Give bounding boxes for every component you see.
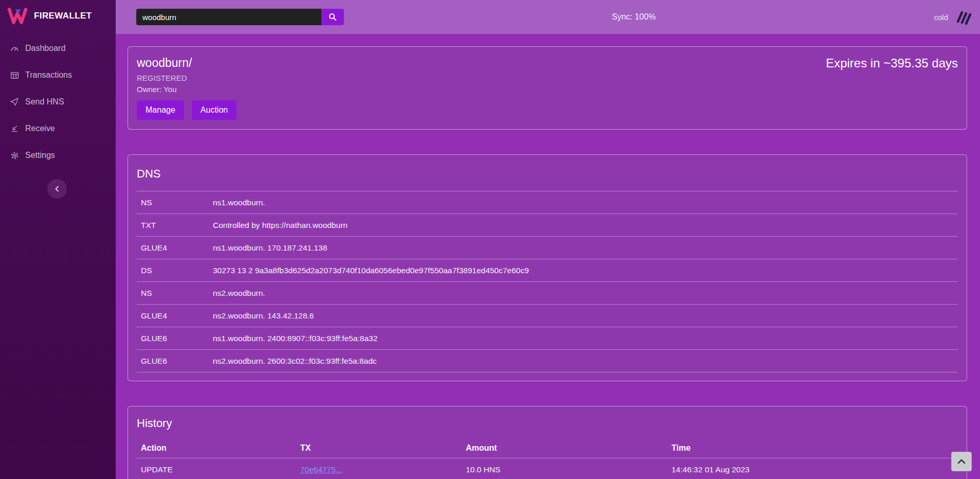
sidebar-item-send-hns[interactable]: Send HNS bbox=[0, 88, 116, 115]
page-title: woodburn/ bbox=[137, 56, 192, 69]
search-icon bbox=[329, 13, 337, 21]
cold-wallet-icon[interactable] bbox=[953, 9, 973, 25]
dns-record-row: TXT Controlled by https://nathan.woodbur… bbox=[137, 214, 958, 237]
dns-record-value: ns2.woodburn. bbox=[209, 282, 958, 305]
manage-button[interactable]: Manage bbox=[137, 100, 184, 120]
dns-record-value: Controlled by https://nathan.woodburn bbox=[209, 214, 958, 237]
sidebar-item-label: Send HNS bbox=[25, 97, 64, 107]
dns-record-row: DS 30273 13 2 9a3a8fb3d625d2a2073d740f10… bbox=[137, 259, 958, 282]
history-header-action: Action bbox=[137, 438, 296, 458]
dns-record-type: DS bbox=[137, 259, 209, 282]
dns-record-value: ns2.woodburn. 2600:3c02::f03c:93ff:fe5a:… bbox=[209, 350, 958, 372]
receive-icon bbox=[10, 125, 20, 133]
dns-record-value: 30273 13 2 9a3a8fb3d625d2a2073d740f10da6… bbox=[209, 259, 958, 282]
sidebar-item-transactions[interactable]: Transactions bbox=[0, 62, 116, 88]
history-card-title: History bbox=[137, 417, 958, 430]
dns-record-type: GLUE6 bbox=[137, 350, 209, 372]
send-icon bbox=[10, 98, 20, 106]
history-action-cell: UPDATE bbox=[137, 458, 296, 479]
history-tx-cell: 70e64775... bbox=[296, 458, 462, 479]
sidebar-collapse-button[interactable] bbox=[47, 179, 67, 199]
owner-text: Owner: You bbox=[137, 85, 958, 94]
expiry-text: Expires in ~395.35 days bbox=[826, 56, 958, 70]
sidebar-item-settings[interactable]: Settings bbox=[0, 142, 116, 169]
search-button[interactable] bbox=[321, 9, 344, 25]
dns-card-title: DNS bbox=[137, 167, 958, 181]
dns-record-row: GLUE6 ns2.woodburn. 2600:3c02::f03c:93ff… bbox=[137, 350, 958, 372]
sidebar: FIREWALLET Dashboard Transactions bbox=[0, 0, 116, 479]
dns-record-type: GLUE4 bbox=[137, 305, 209, 327]
sidebar-nav: Dashboard Transactions Send HNS bbox=[0, 35, 116, 169]
history-header-tx: TX bbox=[296, 438, 462, 458]
status-text: REGISTERED bbox=[137, 74, 958, 82]
main-content: woodburn/ Expires in ~395.35 days REGIST… bbox=[116, 34, 980, 479]
dns-record-row: GLUE4 ns1.woodburn. 170.187.241.138 bbox=[137, 237, 958, 259]
history-header-amount: Amount bbox=[462, 438, 667, 458]
history-table: Action TX Amount Time UPDATE 70e64775...… bbox=[137, 438, 958, 479]
sidebar-item-dashboard[interactable]: Dashboard bbox=[0, 35, 116, 62]
sidebar-item-receive[interactable]: Receive bbox=[0, 115, 116, 142]
search-input[interactable] bbox=[136, 9, 321, 25]
search-group bbox=[136, 9, 344, 25]
tx-link[interactable]: 70e64775... bbox=[300, 465, 342, 474]
firewallet-logo bbox=[7, 8, 28, 24]
chevron-left-icon bbox=[53, 185, 61, 192]
dashboard-icon bbox=[10, 44, 20, 53]
sync-status: Sync: 100% bbox=[612, 12, 656, 22]
wallet-mode-indicator: cold bbox=[934, 9, 973, 25]
brand[interactable]: FIREWALLET bbox=[0, 0, 116, 32]
dns-record-value: ns1.woodburn. 2400:8907::f03c:93ff:fe5a:… bbox=[209, 327, 958, 350]
sidebar-item-label: Transactions bbox=[25, 70, 72, 80]
dns-record-value: ns1.woodburn. 170.187.241.138 bbox=[209, 237, 958, 259]
domain-card: woodburn/ Expires in ~395.35 days REGIST… bbox=[128, 46, 967, 130]
history-row: UPDATE 70e64775... 10.0 HNS 14:46:32 01 … bbox=[137, 458, 958, 479]
dns-record-row: GLUE4 ns2.woodburn. 143.42.128.6 bbox=[137, 305, 958, 327]
dns-record-value: ns1.woodburn. bbox=[209, 191, 958, 214]
transactions-icon bbox=[10, 71, 20, 80]
topbar: Sync: 100% cold bbox=[116, 0, 980, 34]
history-amount-cell: 10.0 HNS bbox=[462, 458, 667, 479]
wallet-mode-label: cold bbox=[934, 13, 948, 22]
dns-record-type: TXT bbox=[137, 214, 209, 237]
scroll-to-top-button[interactable] bbox=[951, 452, 972, 471]
history-card: History Action TX Amount Time UPDATE 70e… bbox=[128, 406, 967, 479]
dns-record-type: NS bbox=[137, 282, 209, 305]
dns-record-type: NS bbox=[137, 191, 209, 214]
sidebar-item-label: Settings bbox=[25, 151, 55, 160]
dns-table: NS ns1.woodburn. TXT Controlled by https… bbox=[137, 191, 958, 372]
dns-record-row: NS ns1.woodburn. bbox=[137, 191, 958, 214]
sidebar-item-label: Receive bbox=[25, 124, 55, 133]
dns-record-row: NS ns2.woodburn. bbox=[137, 282, 958, 305]
sidebar-item-label: Dashboard bbox=[25, 44, 65, 53]
auction-button[interactable]: Auction bbox=[192, 100, 237, 120]
dns-record-row: GLUE6 ns1.woodburn. 2400:8907::f03c:93ff… bbox=[137, 327, 958, 350]
chevron-up-icon bbox=[957, 458, 966, 465]
brand-name: FIREWALLET bbox=[34, 11, 92, 21]
history-time-cell: 14:46:32 01 Aug 2023 bbox=[667, 458, 958, 479]
dns-card: DNS NS ns1.woodburn. TXT Controlled by h… bbox=[128, 154, 967, 381]
dns-record-type: GLUE6 bbox=[137, 327, 209, 350]
dns-record-type: GLUE4 bbox=[137, 237, 209, 259]
history-header-time: Time bbox=[667, 438, 958, 458]
dns-record-value: ns2.woodburn. 143.42.128.6 bbox=[209, 305, 958, 327]
settings-icon bbox=[10, 151, 20, 160]
